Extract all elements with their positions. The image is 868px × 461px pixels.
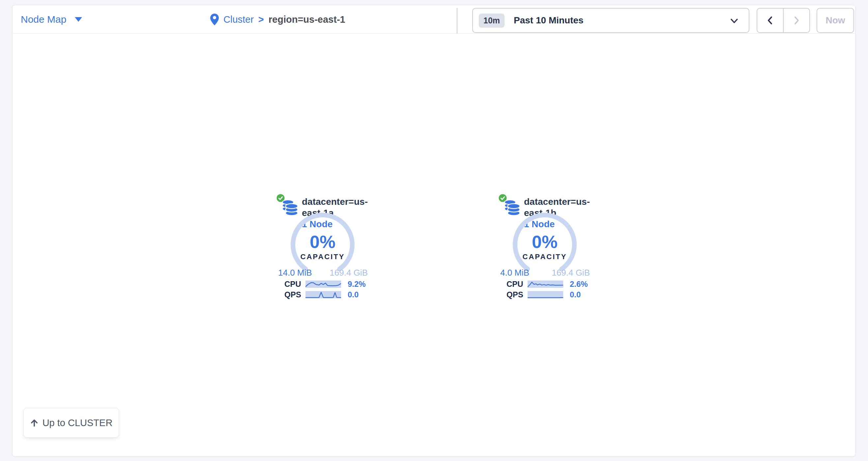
- qps-row: QPS 0.0: [270, 291, 379, 299]
- qps-row: QPS 0.0: [492, 291, 601, 299]
- time-range-label: Past 10 Minutes: [514, 15, 584, 26]
- node-map-panel: Node Map Cluster > region=us-east-1 10m …: [12, 5, 856, 456]
- arrow-up-icon: [30, 419, 38, 427]
- time-range-dropdown[interactable]: 10m Past 10 Minutes: [472, 8, 749, 33]
- time-nav-group: [756, 8, 810, 33]
- capacity-percent: 0%: [310, 233, 336, 251]
- time-next-button[interactable]: [784, 8, 809, 32]
- capacity-values: 4.0 MiB 169.4 GiB: [500, 268, 590, 277]
- capacity-total: 169.4 GiB: [330, 268, 368, 278]
- cpu-row: CPU 2.6%: [492, 280, 601, 288]
- up-to-cluster-button[interactable]: Up to CLUSTER: [23, 408, 119, 438]
- qps-label: QPS: [506, 290, 528, 299]
- chevron-down-icon: [730, 19, 738, 24]
- chevron-right-icon: [793, 16, 800, 25]
- capacity-values: 14.0 MiB 169.4 GiB: [278, 268, 368, 277]
- breadcrumb-cluster-link[interactable]: Cluster: [223, 14, 254, 25]
- cpu-label: CPU: [506, 279, 528, 289]
- cpu-value: 2.6%: [570, 279, 588, 289]
- view-selector-label: Node Map: [21, 14, 66, 25]
- qps-sparkline: [306, 291, 341, 298]
- cpu-label: CPU: [284, 279, 306, 289]
- qps-label: QPS: [284, 290, 306, 299]
- up-to-cluster-label: Up to CLUSTER: [42, 418, 113, 428]
- caret-down-icon: [75, 17, 82, 22]
- cpu-value: 9.2%: [348, 279, 366, 289]
- now-button[interactable]: Now: [816, 8, 854, 33]
- breadcrumb-current: region=us-east-1: [269, 14, 345, 25]
- qps-value: 0.0: [570, 290, 581, 299]
- chevron-left-icon: [767, 16, 774, 25]
- capacity-label: CAPACITY: [523, 253, 567, 261]
- header-divider: [457, 8, 457, 34]
- capacity-percent: 0%: [532, 233, 558, 251]
- capacity-total: 169.4 GiB: [552, 268, 590, 278]
- capacity-readout: 0% CAPACITY: [291, 213, 354, 276]
- datacenter-card-us-east-1a[interactable]: datacenter=us-east-1a 1 Node 0% CAPACITY…: [270, 193, 379, 305]
- capacity-used: 14.0 MiB: [278, 268, 312, 278]
- breadcrumb: Cluster > region=us-east-1: [210, 5, 345, 34]
- cpu-row: CPU 9.2%: [270, 280, 379, 288]
- qps-sparkline: [528, 291, 563, 298]
- time-prev-button[interactable]: [757, 8, 784, 32]
- header-bar: Node Map Cluster > region=us-east-1 10m …: [12, 5, 855, 34]
- qps-value: 0.0: [348, 290, 359, 299]
- view-selector-dropdown[interactable]: Node Map: [21, 5, 82, 34]
- capacity-label: CAPACITY: [301, 253, 345, 261]
- capacity-used: 4.0 MiB: [500, 268, 529, 278]
- map-pin-icon: [210, 13, 219, 25]
- datacenter-card-us-east-1b[interactable]: datacenter=us-east-1b 1 Node 0% CAPACITY…: [492, 193, 601, 305]
- cpu-sparkline: [306, 281, 341, 288]
- cpu-sparkline: [528, 281, 563, 288]
- capacity-readout: 0% CAPACITY: [513, 213, 577, 276]
- breadcrumb-separator: >: [258, 14, 264, 25]
- time-range-badge: 10m: [479, 13, 504, 28]
